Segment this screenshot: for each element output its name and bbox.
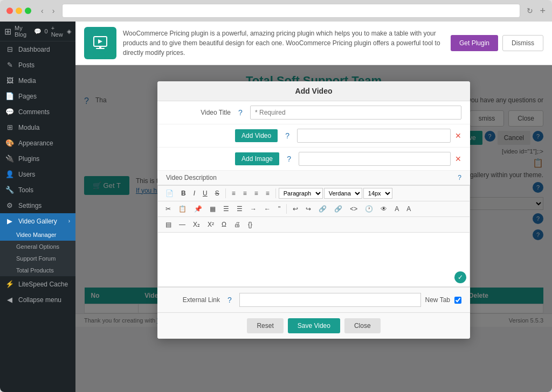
tb-indent-btn[interactable]: → [247, 204, 260, 214]
reload-btn[interactable]: ↻ [527, 6, 533, 15]
tb-redo-btn[interactable]: ↪ [302, 204, 314, 214]
close-modal-button[interactable]: Close [344, 318, 381, 333]
wc-icon[interactable]: ◈ [67, 28, 71, 35]
tb-preview-btn[interactable]: 👁 [377, 204, 390, 214]
sidebar-item-comments[interactable]: 💬 Comments [0, 104, 75, 120]
modal-overlay[interactable]: Add Video Video Title ? Add [75, 65, 552, 392]
sidebar-item-support-forum[interactable]: Support Forum [0, 253, 75, 264]
add-video-help-icon[interactable]: ? [282, 131, 293, 140]
tb-color-btn[interactable]: A [391, 204, 402, 214]
tb-strike-btn[interactable]: S [212, 188, 223, 199]
tb-italic-btn[interactable]: I [190, 188, 198, 199]
sidebar-item-appearance[interactable]: 🎨 Appearance [0, 135, 75, 151]
sidebar-item-video-gallery[interactable]: ▶ Video Gallery › [0, 213, 75, 229]
tb-hr-btn[interactable]: — [176, 219, 189, 230]
tb-new-doc-btn[interactable]: 📄 [162, 188, 177, 199]
sidebar-label-pages: Pages [18, 93, 37, 100]
sidebar-item-media[interactable]: 🖼 Media [0, 73, 75, 88]
sidebar-menu: ⊟ Dashboard ✎ Posts 🖼 Media 📄 Pages 💬 [0, 41, 75, 392]
dismiss-banner-button[interactable]: Dismiss [502, 35, 543, 51]
tb-cut-btn[interactable]: ✂ [162, 204, 174, 214]
tb-source-btn[interactable]: <> [347, 204, 361, 214]
reset-button[interactable]: Reset [247, 318, 283, 333]
add-image-clear-icon[interactable]: ✕ [455, 155, 461, 163]
tb-unlink-btn[interactable]: 🔗 [331, 204, 346, 214]
tb-link-btn[interactable]: 🔗 [315, 204, 330, 214]
tb-num-list-btn[interactable]: ☰ [233, 204, 246, 214]
video-title-help-icon[interactable]: ? [235, 108, 246, 117]
sidebar-item-posts[interactable]: ✎ Posts [0, 57, 75, 73]
add-image-url-input[interactable] [299, 152, 451, 166]
tb-code-btn[interactable]: {} [245, 219, 256, 230]
comments-nav-icon: 💬 [5, 108, 14, 116]
tb-paste-btn[interactable]: 📌 [191, 204, 205, 214]
sidebar-item-settings[interactable]: ⚙ Settings [0, 198, 75, 213]
font-select[interactable]: Verdana [324, 188, 362, 199]
save-video-button[interactable]: Save Video [288, 318, 340, 333]
tb-align-left-btn[interactable]: ≡ [229, 188, 239, 199]
tb-list-btn[interactable]: ☰ [220, 204, 232, 214]
add-image-button[interactable]: Add Image [235, 152, 279, 165]
video-title-input[interactable] [250, 106, 461, 120]
sidebar-label-media: Media [18, 77, 36, 85]
external-link-input[interactable] [239, 293, 421, 307]
format-select[interactable]: Paragraph [279, 188, 323, 199]
tb-bold-btn[interactable]: B [178, 188, 189, 199]
sidebar-item-total-products[interactable]: Total Products [0, 264, 75, 276]
sidebar-item-pages[interactable]: 📄 Pages [0, 88, 75, 104]
add-video-clear-icon[interactable]: ✕ [455, 131, 461, 140]
main-wrapper: WooCommerce Pricing plugin is a powerful… [75, 22, 552, 392]
get-plugin-button[interactable]: Get Plugin [451, 35, 498, 51]
video-desc-help-icon[interactable]: ? [458, 174, 461, 181]
new-tab-checkbox[interactable] [454, 297, 461, 304]
my-blog-link[interactable]: My Blog [15, 25, 31, 38]
sidebar: ⊞ My Blog 💬 0 + New ◈ ⊟ Dashboard ✎ Post… [0, 22, 75, 392]
tb-sub-btn[interactable]: X₂ [190, 219, 203, 230]
add-image-help-icon[interactable]: ? [284, 155, 294, 163]
browser-window: ‹ › ↻ + ⊞ My Blog 💬 0 + New ◈ ⊟ Dashboar… [0, 0, 552, 392]
add-video-url-input[interactable] [297, 129, 451, 143]
sidebar-item-plugins[interactable]: 🔌 Plugins [0, 151, 75, 166]
editor-content[interactable]: ✓ [158, 233, 470, 286]
tb-align-justify-btn[interactable]: ≡ [263, 188, 273, 199]
tb-bg-color-btn[interactable]: A [403, 204, 414, 214]
tb-underline-btn[interactable]: U [199, 188, 211, 199]
sidebar-item-general-options[interactable]: General Options [0, 241, 75, 253]
maximize-window-btn[interactable] [25, 8, 31, 14]
tb-sep-1 [225, 188, 226, 198]
forward-btn[interactable]: › [49, 5, 58, 16]
size-select[interactable]: 14px [363, 188, 392, 199]
sidebar-item-modula[interactable]: ⊞ Modula [0, 120, 75, 135]
tb-print-btn[interactable]: 🖨 [231, 219, 244, 230]
new-post-link[interactable]: + New [51, 25, 64, 38]
url-bar[interactable] [62, 4, 520, 18]
new-tab-btn[interactable]: + [540, 5, 546, 17]
tb-align-center-btn[interactable]: ≡ [240, 188, 250, 199]
add-video-field-button[interactable]: Add Video [235, 129, 278, 142]
toolbar-row-3: ▤ — X₂ X² Ω 🖨 {} [158, 217, 470, 233]
external-link-help-icon[interactable]: ? [224, 296, 235, 304]
sidebar-item-collapse[interactable]: ◀ Collapse menu [0, 292, 75, 307]
comments-icon[interactable]: 💬 [34, 28, 42, 35]
sidebar-item-video-manager[interactable]: Video Manager [0, 229, 75, 241]
tb-omega-btn[interactable]: Ω [218, 219, 230, 230]
tb-sup-btn[interactable]: X² [204, 219, 217, 230]
tb-table-btn[interactable]: ▦ [206, 204, 219, 214]
back-btn[interactable]: ‹ [38, 5, 47, 16]
close-window-btn[interactable] [6, 8, 13, 14]
sidebar-item-dashboard[interactable]: ⊟ Dashboard [0, 41, 75, 57]
minimize-window-btn[interactable] [16, 8, 22, 14]
sidebar-item-users[interactable]: 👤 Users [0, 166, 75, 182]
tb-clock-btn[interactable]: 🕐 [362, 204, 376, 214]
tb-undo-btn[interactable]: ↩ [289, 204, 301, 214]
wp-logo-icon[interactable]: ⊞ [4, 26, 11, 37]
tb-table2-btn[interactable]: ▤ [162, 219, 175, 230]
tb-blockquote-btn[interactable]: " [275, 204, 284, 214]
sidebar-item-tools[interactable]: 🔧 Tools [0, 182, 75, 198]
comments-count: 0 [45, 28, 48, 34]
sidebar-item-litespeed[interactable]: ⚡ LiteSpeed Cache [0, 276, 75, 292]
tb-align-right-btn[interactable]: ≡ [251, 188, 261, 199]
tb-copy-btn[interactable]: 📋 [175, 204, 190, 214]
appearance-icon: 🎨 [5, 139, 14, 147]
tb-outdent-btn[interactable]: ← [261, 204, 274, 214]
